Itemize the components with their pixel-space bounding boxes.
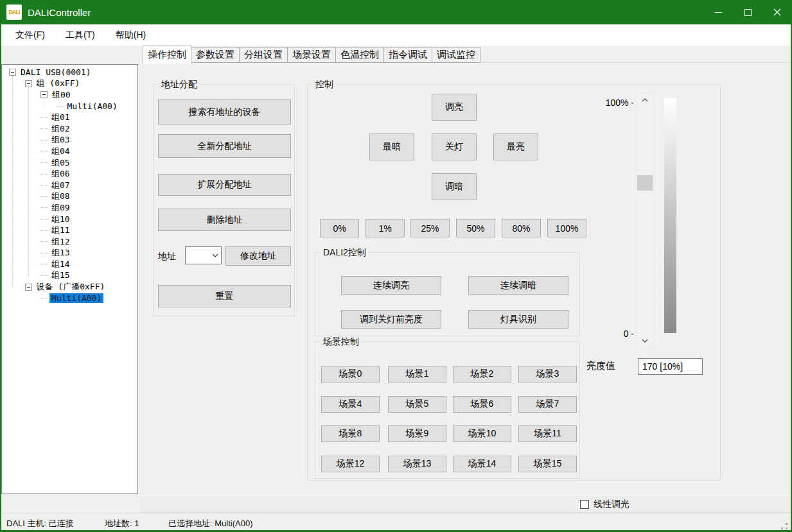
tree-item[interactable]: 组 (0xFF)	[2, 78, 137, 90]
dim-down-button[interactable]: 调暗	[432, 173, 477, 200]
tree-connector	[40, 253, 48, 253]
percent-button[interactable]: 25%	[410, 219, 450, 237]
scene-button[interactable]: 场景3	[518, 366, 577, 382]
tab[interactable]: 调试监控	[432, 47, 480, 63]
collapse-minus-icon[interactable]	[40, 91, 48, 98]
address-action-button[interactable]: 搜索有地址的设备	[158, 99, 291, 124]
tree-item[interactable]: 组04	[2, 146, 137, 157]
collapse-minus-icon[interactable]	[25, 284, 32, 291]
tree-item-label: 组12	[49, 236, 72, 248]
scene-button[interactable]: 场景4	[321, 396, 380, 413]
dali2-action-button[interactable]: 连续调暗	[468, 276, 568, 295]
tree-item[interactable]: 组02	[2, 123, 137, 135]
min-level-button[interactable]: 最暗	[369, 133, 414, 160]
tree-item-label: Multi(A00)	[49, 293, 103, 303]
tree-item[interactable]: 组01	[2, 112, 137, 123]
tab[interactable]: 指令调试	[384, 47, 432, 63]
tree-item[interactable]: 组08	[2, 191, 137, 203]
scene-button[interactable]: 场景2	[453, 366, 511, 382]
scene-button[interactable]: 场景12	[321, 456, 380, 472]
tree-item-label: 组14	[49, 259, 72, 270]
minimize-button[interactable]	[703, 0, 733, 24]
group-title: 场景控制	[321, 336, 362, 348]
close-button[interactable]	[762, 0, 792, 24]
address-action-button[interactable]: 全新分配地址	[158, 134, 291, 158]
tree-item[interactable]: 组06	[2, 168, 137, 180]
tab[interactable]: 场景设置	[288, 47, 336, 63]
lamp-off-button[interactable]: 关灯	[432, 133, 477, 160]
tree-item[interactable]: 组03	[2, 135, 137, 146]
device-tree[interactable]: DALI USB(0001) 组 (0xFF) 组00 Multi(A00) 组…	[1, 64, 138, 494]
tree-item[interactable]: 组14	[2, 259, 137, 270]
scene-button[interactable]: 场景15	[518, 456, 577, 472]
menu-item[interactable]: 文件(F)	[14, 28, 46, 42]
scene-button[interactable]: 场景14	[453, 456, 511, 472]
tree-item[interactable]: 组09	[2, 202, 137, 214]
maximize-icon	[744, 9, 752, 16]
tab[interactable]: 操作控制	[143, 46, 191, 64]
tree-item[interactable]: 设备 (广播0xFF)	[2, 281, 137, 293]
tree-item[interactable]: Multi(A00)	[2, 293, 137, 304]
tree-item[interactable]: 组07	[2, 180, 137, 191]
brightness-scrollbar[interactable]	[636, 92, 654, 348]
brightness-value-field[interactable]	[638, 358, 703, 375]
address-action-button[interactable]: 删除地址	[158, 209, 291, 231]
scene-button[interactable]: 场景7	[518, 396, 577, 413]
tab[interactable]: 参数设置	[191, 47, 240, 63]
percent-button[interactable]: 0%	[320, 219, 359, 237]
collapse-minus-icon[interactable]	[9, 69, 16, 76]
scroll-down-button[interactable]	[637, 334, 653, 348]
tab[interactable]: 色温控制	[336, 47, 384, 63]
menu-item[interactable]: 帮助(H)	[114, 28, 147, 42]
tree-item[interactable]: Multi(A00)	[2, 101, 137, 112]
tree-connector	[40, 140, 48, 141]
scene-button[interactable]: 场景13	[388, 456, 446, 472]
linear-dimming-control: 线性调光	[580, 499, 629, 510]
app-icon-text: DALI	[9, 9, 20, 15]
tree-item-label: 组03	[49, 134, 72, 146]
address-combobox[interactable]	[185, 246, 222, 264]
scene-button[interactable]: 场景9	[388, 425, 446, 442]
percent-button[interactable]: 1%	[365, 219, 405, 237]
modify-address-button[interactable]: 修改地址	[225, 246, 291, 266]
address-action-button[interactable]: 扩展分配地址	[158, 174, 291, 196]
collapse-minus-icon[interactable]	[25, 80, 32, 87]
percent-button[interactable]: 100%	[547, 219, 586, 237]
scene-button[interactable]: 场景0	[321, 366, 380, 382]
tab[interactable]: 分组设置	[240, 47, 288, 63]
max-level-button[interactable]: 最亮	[493, 133, 538, 160]
tree-item[interactable]: 组05	[2, 157, 137, 169]
tree-item[interactable]: 组11	[2, 225, 137, 236]
scene-button[interactable]: 场景1	[388, 366, 446, 382]
dim-up-button[interactable]: 调亮	[432, 94, 477, 121]
dali2-action-button[interactable]: 连续调亮	[341, 276, 441, 295]
maximize-button[interactable]	[733, 0, 762, 24]
linear-dimming-checkbox[interactable]	[580, 500, 589, 509]
tree-item[interactable]: 组10	[2, 214, 137, 225]
brightness-max-label: 100% -	[584, 98, 634, 108]
status-selected-address: 已选择地址: Multi(A00)	[168, 518, 252, 529]
tree-connector	[40, 128, 48, 129]
tree-item[interactable]: 组15	[2, 270, 137, 282]
tree-connector	[40, 174, 48, 175]
scene-button[interactable]: 场景6	[453, 396, 511, 413]
dali2-action-button[interactable]: 灯具识别	[468, 310, 568, 329]
reset-button[interactable]: 重置	[158, 285, 291, 307]
scene-button[interactable]: 场景8	[321, 425, 380, 442]
percent-button[interactable]: 50%	[456, 219, 495, 237]
tree-item[interactable]: DALI USB(0001)	[2, 67, 137, 78]
scene-button[interactable]: 场景11	[518, 425, 577, 442]
tree-item[interactable]: 组13	[2, 248, 137, 259]
tree-connector	[40, 162, 48, 163]
tree-item[interactable]: 组12	[2, 236, 137, 248]
scroll-up-button[interactable]	[637, 93, 653, 107]
percent-button[interactable]: 80%	[502, 219, 541, 237]
dali2-action-button[interactable]: 调到关灯前亮度	[341, 310, 441, 329]
scene-button[interactable]: 场景5	[388, 396, 446, 413]
scrollbar-thumb[interactable]	[637, 175, 653, 191]
resize-grip-icon[interactable]	[786, 523, 788, 525]
tree-item[interactable]: 组00	[2, 89, 137, 101]
group-title: 控制	[313, 79, 336, 90]
menu-item[interactable]: 工具(T)	[64, 28, 96, 42]
scene-button[interactable]: 场景10	[453, 425, 511, 442]
